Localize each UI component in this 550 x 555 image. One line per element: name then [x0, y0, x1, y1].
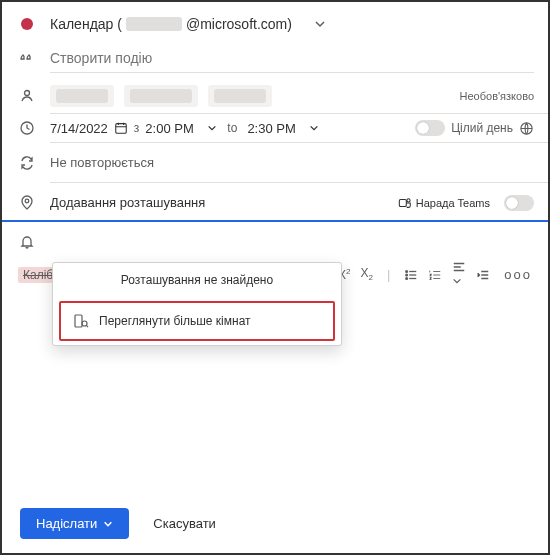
- browse-more-rooms-item[interactable]: Переглянути більше кімнат: [59, 301, 335, 341]
- end-time-picker[interactable]: 2:30 PM: [247, 121, 319, 136]
- send-label: Надіслати: [36, 516, 97, 531]
- teams-icon: [398, 196, 412, 210]
- clock-icon: [18, 120, 36, 136]
- account-color-dot: [18, 18, 36, 30]
- reminder-row[interactable]: [2, 228, 548, 256]
- svg-point-0: [25, 91, 30, 96]
- calendar-icon: [114, 121, 128, 135]
- svg-point-9: [406, 277, 408, 279]
- svg-point-8: [406, 274, 408, 276]
- location-row: Додавання розташування Нарада Teams: [2, 183, 548, 222]
- send-button[interactable]: Надіслати: [20, 508, 129, 539]
- room-search-icon: [73, 313, 89, 329]
- dropdown-header: Розташування не знайдено: [53, 263, 341, 297]
- bell-icon: [18, 234, 36, 250]
- subscript-button[interactable]: X2: [360, 266, 372, 282]
- time-row: 7/14/2022 з 2:00 PM to 2:30 PM Цілий ден…: [2, 114, 548, 142]
- recurrence-row[interactable]: Не повторюється: [2, 143, 548, 182]
- optional-label[interactable]: Необов'язково: [460, 90, 534, 102]
- attendee-chip[interactable]: [50, 85, 114, 107]
- timezone-icon[interactable]: [519, 121, 534, 136]
- svg-point-4: [25, 199, 29, 203]
- bullet-list-button[interactable]: [404, 268, 418, 282]
- start-time-value: 2:00 PM: [145, 121, 201, 136]
- time-separator: з: [134, 121, 140, 135]
- date-value: 7/14/2022: [50, 121, 108, 136]
- svg-point-7: [406, 270, 408, 272]
- end-time-value: 2:30 PM: [247, 121, 303, 136]
- email-suffix: @microsoft.com): [186, 16, 292, 32]
- indent-button[interactable]: [476, 268, 490, 282]
- teams-meeting-toggle[interactable]: [504, 195, 534, 211]
- footer: Надіслати Скасувати: [2, 494, 548, 553]
- calendar-account-row[interactable]: Календар ( @microsoft.com): [2, 2, 548, 38]
- teams-meeting-label: Нарада Teams: [398, 196, 490, 210]
- more-formatting-button[interactable]: ooo: [504, 267, 532, 282]
- all-day-label: Цілий день: [451, 121, 513, 135]
- attendees-row[interactable]: Необов'язково: [2, 79, 548, 113]
- event-title-input[interactable]: [50, 44, 534, 73]
- quote-icon: [18, 51, 36, 67]
- svg-rect-5: [399, 199, 406, 206]
- calendar-prefix: Календар (: [50, 16, 122, 32]
- location-icon: [18, 195, 36, 211]
- attendee-chip[interactable]: [124, 85, 198, 107]
- browse-more-rooms-label: Переглянути більше кімнат: [99, 314, 251, 328]
- svg-rect-10: [75, 315, 82, 327]
- date-picker[interactable]: 7/14/2022: [50, 121, 128, 136]
- chevron-down-icon: [207, 123, 217, 133]
- svg-point-11: [82, 321, 87, 326]
- redacted-name: [126, 17, 182, 31]
- svg-rect-2: [116, 124, 127, 134]
- attendee-chip[interactable]: [208, 85, 272, 107]
- person-icon: [18, 88, 36, 104]
- all-day-toggle[interactable]: [415, 120, 445, 136]
- start-time-picker[interactable]: 2:00 PM: [145, 121, 217, 136]
- location-input[interactable]: Додавання розташування: [50, 189, 384, 216]
- cancel-button[interactable]: Скасувати: [147, 515, 222, 532]
- location-dropdown: Розташування не знайдено Переглянути біл…: [52, 262, 342, 346]
- chevron-down-icon: [309, 123, 319, 133]
- recurrence-value: Не повторюється: [50, 149, 534, 176]
- event-title-row: [2, 38, 548, 79]
- svg-point-6: [407, 198, 410, 201]
- recurrence-icon: [18, 155, 36, 171]
- align-button[interactable]: [452, 260, 466, 289]
- numbered-list-button[interactable]: [428, 268, 442, 282]
- to-label: to: [227, 121, 237, 135]
- chevron-down-icon[interactable]: [314, 18, 326, 30]
- chevron-down-icon: [103, 519, 113, 529]
